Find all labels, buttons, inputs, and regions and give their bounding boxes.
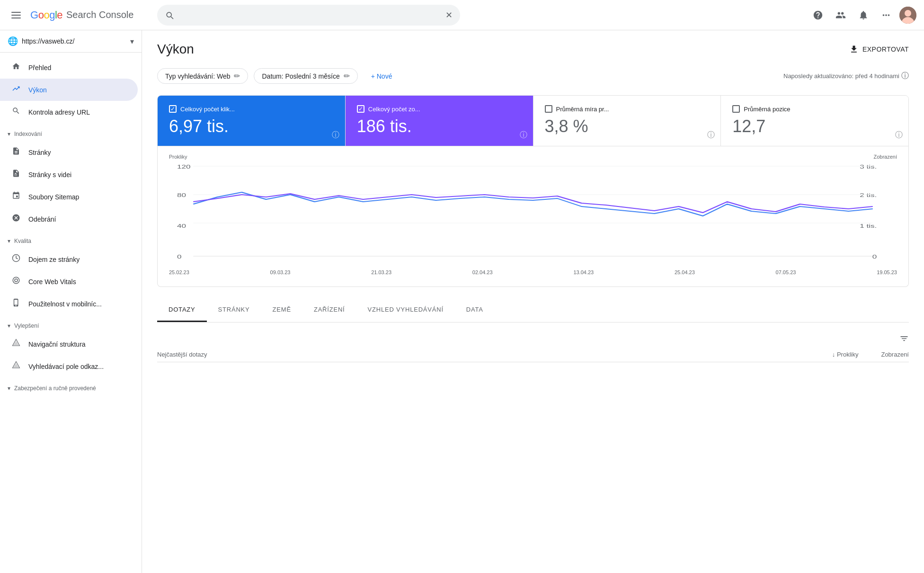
table-col-prokliky[interactable]: ↓ Prokliky <box>832 351 859 358</box>
search-url-icon <box>11 107 21 117</box>
site-selector[interactable]: 🌐 https://vasweb.cz/ ▾ <box>0 30 142 53</box>
sidebar-label-stranky: Stránky <box>28 149 51 156</box>
export-label: EXPORTOVAT <box>862 45 909 53</box>
new-filter-button[interactable]: + Nové <box>364 70 400 83</box>
metric-card-mira[interactable]: Průměrná míra pr... 3,8 % ⓘ <box>533 96 721 146</box>
sidebar-label-stranky-videi: Stránky s videi <box>28 171 71 179</box>
filters-bar: Typ vyhledávání: Web ✏ Datum: Poslední 3… <box>157 68 909 84</box>
removal-icon <box>11 214 21 224</box>
tab-data[interactable]: DATA <box>455 298 495 322</box>
section-label-kvalita: Kvalita <box>14 238 31 244</box>
update-info: Naposledy aktualizováno: před 4 hodinami… <box>783 71 909 81</box>
x-label-6: 07.05.23 <box>776 269 796 275</box>
section-vylepseni: ▾ Vylepšení Navigační struktura Vyhledáv… <box>0 319 142 377</box>
chart-container: Prokliky Zobrazení 120 80 40 0 3 tis. 2 … <box>157 146 909 287</box>
x-label-5: 25.04.23 <box>675 269 695 275</box>
tab-stranky[interactable]: STRÁNKY <box>207 298 261 322</box>
update-info-text: Naposledy aktualizováno: před 4 hodinami <box>783 72 899 80</box>
metric-card-kliky[interactable]: Celkový počet klik... 6,97 tis. ⓘ <box>158 96 346 146</box>
svg-text:0: 0 <box>872 254 877 260</box>
metric-help-mira[interactable]: ⓘ <box>707 130 715 140</box>
table-col-zobrazeni[interactable]: Zobrazení <box>881 351 909 358</box>
metric-checkbox-mira[interactable] <box>545 105 552 113</box>
search-bar[interactable]: ✕ <box>157 5 460 26</box>
tab-dotazy[interactable]: DOTAZY <box>157 298 207 322</box>
metric-checkbox-pozice[interactable] <box>732 105 740 113</box>
table-filter-button[interactable] <box>899 334 909 343</box>
sidebar-item-kontrola[interactable]: Kontrola adresy URL <box>0 101 138 123</box>
x-label-0: 25.02.23 <box>169 269 189 275</box>
metric-card-header-zobrazeni: Celkový počet zo... <box>357 105 522 113</box>
export-button[interactable]: EXPORTOVAT <box>849 45 909 54</box>
vyhledavaci-icon <box>11 361 21 372</box>
search-input[interactable] <box>178 11 442 19</box>
x-label-3: 02.04.23 <box>472 269 493 275</box>
filter-search-type-label: Typ vyhledávání: Web <box>165 72 230 80</box>
metric-card-pozice[interactable]: Průměrná pozice 12,7 ⓘ <box>721 96 908 146</box>
sidebar-label-navigacni: Navigační struktura <box>28 340 86 348</box>
sidebar-item-navigacni[interactable]: Navigační struktura <box>0 333 138 355</box>
sidebar-item-vyhledavaci[interactable]: Vyhledávací pole odkaz... <box>0 355 138 377</box>
metric-help-pozice[interactable]: ⓘ <box>895 130 903 140</box>
section-chevron-zabezpeceni: ▾ <box>8 385 10 392</box>
section-zabezpeceni-header[interactable]: ▾ Zabezpečení a ručně provedené <box>0 381 142 395</box>
clear-search-icon[interactable]: ✕ <box>445 10 453 20</box>
sidebar-label-vykon: Výkon <box>28 86 47 94</box>
sidebar-item-sitemap[interactable]: Soubory Sitemap <box>0 186 138 208</box>
sidebar-item-core-web-vitals[interactable]: Core Web Vitals <box>0 270 138 293</box>
section-zabezpeceni: ▾ Zabezpečení a ručně provedené <box>0 381 142 395</box>
x-label-7: 19.05.23 <box>877 269 897 275</box>
apps-button[interactable] <box>877 6 896 25</box>
help-button[interactable] <box>808 6 827 25</box>
notifications-button[interactable] <box>854 6 873 25</box>
home-icon <box>11 62 21 73</box>
hamburger-menu[interactable] <box>8 8 25 22</box>
metric-card-zobrazeni[interactable]: Celkový počet zo... 186 tis. ⓘ <box>346 96 533 146</box>
site-url: https://vasweb.cz/ <box>22 37 126 45</box>
sidebar-label-pouzitelnost: Použitelnost v mobilníc... <box>28 300 102 308</box>
svg-text:40: 40 <box>177 224 186 229</box>
section-indexovani-header[interactable]: ▾ Indexování <box>0 127 142 141</box>
edit-date-icon: ✏ <box>344 72 350 81</box>
tab-vzhled[interactable]: VZHLED VYHLEDÁVÁNÍ <box>356 298 455 322</box>
main-layout: 🌐 https://vasweb.cz/ ▾ Přehled Výkon <box>0 30 924 573</box>
sitemap-icon <box>11 191 21 202</box>
share-button[interactable] <box>831 6 850 25</box>
table-col-queries: Nejčastější dotazy <box>157 351 207 358</box>
sidebar-item-vykon[interactable]: Výkon <box>0 79 138 101</box>
site-selector-chevron: ▾ <box>130 37 134 46</box>
edit-search-type-icon: ✏ <box>234 72 240 81</box>
metric-checkbox-kliky[interactable] <box>169 105 177 113</box>
svg-text:120: 120 <box>177 164 191 170</box>
filter-search-type[interactable]: Typ vyhledávání: Web ✏ <box>157 68 248 84</box>
sidebar-item-stranky[interactable]: Stránky <box>0 141 138 163</box>
metric-card-header-mira: Průměrná míra pr... <box>545 105 710 113</box>
sidebar-label-vyhledavaci: Vyhledávací pole odkaz... <box>28 363 104 370</box>
sidebar-item-pouzitelnost[interactable]: Použitelnost v mobilníc... <box>0 293 138 315</box>
sidebar-item-prehled[interactable]: Přehled <box>0 56 138 79</box>
sidebar-item-dojem[interactable]: Dojem ze stránky <box>0 248 138 270</box>
globe-icon: 🌐 <box>8 36 18 46</box>
filter-date[interactable]: Datum: Poslední 3 měsíce ✏ <box>254 68 357 84</box>
sidebar-item-odebrani[interactable]: Odebrání <box>0 208 138 230</box>
metric-help-kliky[interactable]: ⓘ <box>332 130 339 140</box>
tab-zarizeni[interactable]: ZAŘÍZENÍ <box>302 298 356 322</box>
content-header: Výkon EXPORTOVAT <box>157 42 909 57</box>
metric-help-zobrazeni[interactable]: ⓘ <box>520 130 527 140</box>
mobile-icon <box>11 298 21 309</box>
section-vylepseni-header[interactable]: ▾ Vylepšení <box>0 319 142 333</box>
metric-checkbox-zobrazeni[interactable] <box>357 105 364 113</box>
sidebar-item-stranky-videi[interactable]: Stránky s videi <box>0 163 138 186</box>
section-kvalita-header[interactable]: ▾ Kvalita <box>0 234 142 248</box>
sidebar: 🌐 https://vasweb.cz/ ▾ Přehled Výkon <box>0 30 142 573</box>
page-title: Výkon <box>157 42 194 57</box>
x-label-4: 13.04.23 <box>573 269 594 275</box>
user-avatar[interactable] <box>899 7 916 24</box>
sidebar-label-sitemap: Soubory Sitemap <box>28 193 79 201</box>
tab-zeme[interactable]: ZEMĚ <box>261 298 302 322</box>
svg-text:2 tis.: 2 tis. <box>860 193 877 198</box>
section-indexovani: ▾ Indexování Stránky Stránky s videi So <box>0 127 142 230</box>
metric-card-header-kliky: Celkový počet klik... <box>169 105 334 113</box>
main-content: Výkon EXPORTOVAT Typ vyhledávání: Web ✏ … <box>142 30 924 573</box>
new-filter-label: + Nové <box>371 72 392 80</box>
